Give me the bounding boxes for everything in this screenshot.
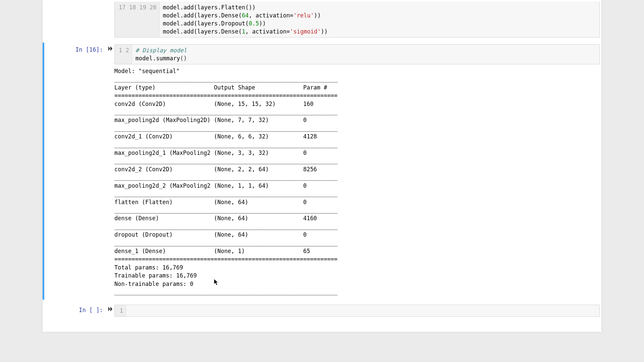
prompt-in-empty: In [ ]: (44, 305, 106, 313)
run-button-16[interactable] (106, 44, 114, 52)
line-gutter: 17 18 19 20 (115, 2, 160, 37)
code-cell-16[interactable]: In [16]: 1 2 # Display model model.summa… (43, 43, 601, 300)
line-gutter: 1 (115, 305, 126, 316)
code-input-16[interactable]: 1 2 # Display model model.summary() (114, 44, 600, 64)
cell-output-16: Out[16]: Model: "sequential" ___________… (44, 64, 600, 298)
code-input-empty[interactable]: 1 (114, 305, 600, 317)
code-cell-prev[interactable]: 17 18 19 20 model.add(layers.Flatten()) … (43, 0, 601, 39)
code-content[interactable] (126, 305, 136, 316)
prompt-prev (44, 2, 106, 4)
run-button-empty[interactable] (106, 305, 114, 312)
run-icon (108, 47, 112, 52)
prompt-in-16: In [16]: (44, 44, 106, 53)
code-content[interactable]: model.add(layers.Flatten()) model.add(la… (160, 2, 331, 37)
mouse-cursor-icon (214, 279, 219, 287)
line-gutter: 1 2 (115, 45, 132, 64)
run-icon (108, 307, 112, 312)
output-text[interactable]: Model: "sequential" ____________________… (114, 65, 600, 298)
code-cell-empty[interactable]: In [ ]: 1 (43, 303, 601, 318)
notebook-container: 17 18 19 20 model.add(layers.Flatten()) … (43, 0, 601, 332)
code-content[interactable]: # Display model model.summary() (132, 45, 191, 64)
code-input-prev[interactable]: 17 18 19 20 model.add(layers.Flatten()) … (114, 2, 600, 38)
